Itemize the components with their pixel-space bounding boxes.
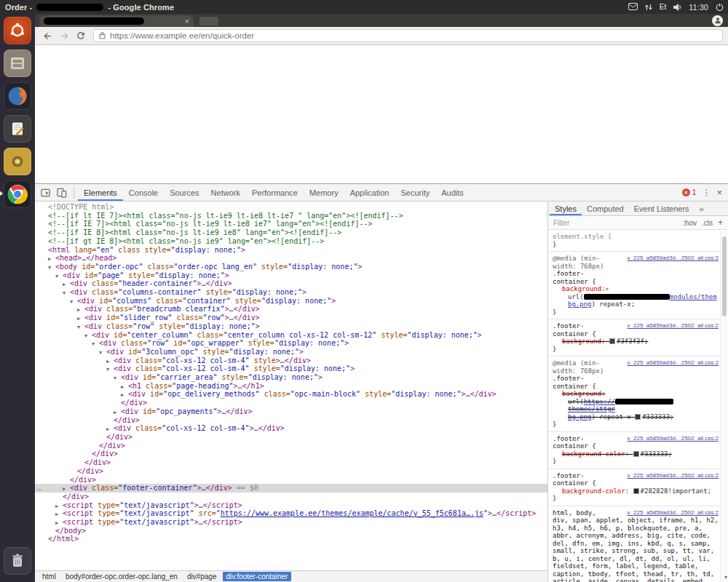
stylesheet-link[interactable]: v_225_a5859ad3d…2502_all.css:2 [628, 322, 719, 330]
dom-tree-row[interactable]: ▶<div class="col-xs-12 col-sm-4" style>…… [35, 356, 547, 365]
sidebar-tab-styles[interactable]: Styles [550, 202, 582, 215]
devtools-tab-network[interactable]: Network [205, 184, 246, 201]
dom-tree-row[interactable]: ▼<div id="3column_opc" style="display: n… [35, 348, 547, 356]
devtools-tab-security[interactable]: Security [395, 184, 435, 201]
devtools-tab-application[interactable]: Application [344, 184, 395, 201]
dom-tree-row[interactable]: <!--[if gt IE 8]><html class="no-js ie9"… [35, 237, 547, 246]
css-property[interactable]: url(https://themes/ittgr [553, 398, 719, 413]
dom-tree-row[interactable]: ▼<div id="carrier_area" style="display: … [35, 373, 547, 382]
ubuntu-dash-icon[interactable] [4, 17, 31, 44]
css-property[interactable]: background-color: #282828!important; [553, 487, 719, 495]
devtools-tab-console[interactable]: Console [123, 184, 164, 201]
stylesheet-link[interactable]: v_225_a5859ad3d…2502_all.css:2 [628, 359, 719, 367]
style-rule[interactable]: v_225_a5859ad3d…2502_all.css:2@media (mi… [548, 252, 720, 319]
reload-button[interactable] [74, 28, 88, 43]
keyboard-layout-indicator[interactable]: Et [660, 3, 666, 11]
devtools-tab-memory[interactable]: Memory [304, 184, 344, 201]
dom-tree-row[interactable]: </html> [35, 535, 547, 543]
dom-tree-row[interactable]: </div> [35, 476, 547, 485]
padlock-icon[interactable] [99, 29, 106, 42]
dom-tree-row[interactable]: ▼<div id="center_column" class="center_c… [35, 331, 547, 340]
dom-tree-row[interactable]: </div> [35, 467, 547, 476]
trash-icon[interactable] [4, 547, 31, 575]
expand-shorthand-icon[interactable]: ▶ [606, 286, 609, 292]
style-rule[interactable]: v_225_a5859ad3d…2502_all.css:2@media (mi… [548, 356, 720, 432]
dom-tree-row[interactable]: ▼<div class="row" style="display: none;"… [35, 322, 547, 331]
dom-tree-row[interactable]: ▶<div class="header-container">…</div> [35, 279, 547, 288]
stylesheet-link[interactable]: v_225_a5859ad3d…2502_all.css:2 [628, 509, 719, 517]
text-editor-icon[interactable] [4, 115, 31, 143]
breadcrumb-item[interactable]: div.footer-container [223, 572, 292, 581]
dom-tree-row[interactable]: <!--[if IE 7]><html class="no-js lt-ie9 … [35, 220, 547, 228]
toggle-class-button[interactable]: .cls [702, 219, 713, 227]
styles-filter-input[interactable]: Filter [553, 219, 569, 227]
dom-tree-row[interactable]: ▶<script type="text/javascript" src="htt… [35, 509, 547, 518]
dom-tree-row[interactable]: ▼<div class="col-xs-12 col-sm-4" style="… [35, 364, 547, 373]
css-property[interactable]: bg.png) repeat-x #333333; [553, 413, 719, 421]
address-bar[interactable]: https://www.example.ee/en/quick-order [93, 29, 723, 42]
devtools-tab-audits[interactable]: Audits [435, 184, 470, 201]
css-property[interactable]: background-color: #333333; [553, 450, 719, 458]
new-tab-button[interactable] [199, 17, 218, 25]
dom-tree-row[interactable]: <!--[if IE 8]><html class="no-js lt-ie9 … [35, 228, 547, 237]
dom-tree-row[interactable]: ▶<head>…</head> [35, 254, 547, 263]
error-badge[interactable]: × 1 [682, 188, 697, 196]
scroll-down-icon[interactable]: ▾ [724, 574, 727, 581]
dom-tree-row[interactable]: <!--[if lt IE 7]><html class="no-js lt-i… [35, 212, 547, 220]
css-property[interactable]: background: [553, 390, 719, 398]
dom-tree-row[interactable]: </div> [35, 493, 547, 501]
scrollbar-thumb[interactable] [722, 236, 727, 316]
dom-tree-row[interactable]: ▼<div class="columns-container" style="d… [35, 288, 547, 297]
dom-tree-row[interactable]: ▶<h1 class="page-heading">…</h1> [35, 382, 547, 391]
style-rule[interactable]: v_225_a5859ad3d…2502_all.css:2.footer-co… [548, 432, 720, 469]
style-rule[interactable]: v_225_a5859ad3d…2502_all.css:2.footer-co… [548, 469, 720, 506]
dom-tree-row[interactable]: ▶<div class="col-xs-12 col-sm-4">…</div> [35, 424, 547, 433]
color-swatch[interactable] [633, 488, 639, 494]
style-rule[interactable]: v_225_a5859ad3d…2502_all.css:2html, body… [548, 506, 720, 582]
dom-tree-row[interactable]: ▼<div class="row" id="opc_wrapper" style… [35, 339, 547, 348]
css-property[interactable]: background: #3f3f3f; [553, 338, 719, 346]
css-property[interactable]: url(modules/them [553, 293, 719, 301]
dom-tree-row[interactable]: </div> [35, 433, 547, 442]
dom-tree-row[interactable]: <!DOCTYPE html> [35, 203, 547, 212]
dom-tree-row[interactable]: </div> [35, 458, 547, 467]
css-property[interactable]: bg.png) repeat-x; [553, 300, 719, 308]
stylesheet-link[interactable]: v_225_a5859ad3d…2502_all.css:2 [628, 472, 719, 480]
stylesheet-link[interactable]: v_225_a5859ad3d…2502_all.css:2 [628, 435, 719, 443]
dom-tree-row[interactable]: ▶<div class="breadcrumb clearfix">…</div… [35, 305, 547, 314]
forward-button[interactable] [57, 28, 71, 43]
sidebar-tab-computed[interactable]: Computed [582, 202, 629, 215]
breadcrumb-item[interactable]: div#page [183, 572, 221, 581]
dom-tree-row[interactable]: ▼<div id="columns" class="container" sty… [35, 297, 547, 306]
devtools-tab-performance[interactable]: Performance [246, 184, 304, 201]
breadcrumb-item[interactable]: html [39, 572, 60, 581]
dom-tree-row[interactable]: ▶<div id="slider_row" class="row">…</div… [35, 314, 547, 322]
dom-tree-row[interactable]: </div> [35, 450, 547, 458]
dom-tree-row[interactable]: ▶<script type="text/javascript">…</scrip… [35, 518, 547, 527]
messaging-menu-icon[interactable] [628, 3, 638, 11]
breadcrumb-item[interactable]: body#order-opc.order-opc.lang_en [62, 572, 181, 581]
volume-icon[interactable] [673, 3, 682, 12]
session-power-icon[interactable] [715, 2, 724, 12]
dom-tree-row[interactable]: ▶<div id="opc_delivery_methods" class="o… [35, 390, 547, 399]
dom-tree-row[interactable]: ▶…<div class="footer-container">…</div> … [35, 484, 547, 493]
clock[interactable]: 11:30 [689, 3, 708, 12]
chrome-icon[interactable] [4, 180, 31, 208]
new-style-rule-button[interactable]: + [718, 218, 723, 228]
dom-tree-row[interactable]: ▶<script type="text/javascript">…</scrip… [35, 501, 547, 510]
file-manager-icon[interactable] [4, 49, 31, 77]
devtools-menu-icon[interactable]: ⋮ [702, 188, 711, 198]
toggle-pseudo-button[interactable]: :hov [683, 219, 697, 227]
dom-tree-row[interactable]: </body> [35, 527, 547, 535]
firefox-icon[interactable] [4, 82, 31, 110]
color-swatch[interactable] [635, 414, 641, 420]
browser-tab[interactable]: × [39, 15, 194, 27]
url-text[interactable]: https://www.example.ee/en/quick-order [110, 31, 254, 40]
tab-close-icon[interactable]: × [185, 17, 189, 25]
element-options-icon[interactable]: … [37, 484, 41, 493]
profile-avatar[interactable] [712, 15, 723, 26]
devtools-tab-elements[interactable]: Elements [78, 184, 123, 201]
dom-tree-row[interactable]: ▶<div id="opc_payments">…</div> [35, 407, 547, 416]
devtools-tab-sources[interactable]: Sources [164, 184, 205, 201]
back-button[interactable] [40, 28, 55, 43]
